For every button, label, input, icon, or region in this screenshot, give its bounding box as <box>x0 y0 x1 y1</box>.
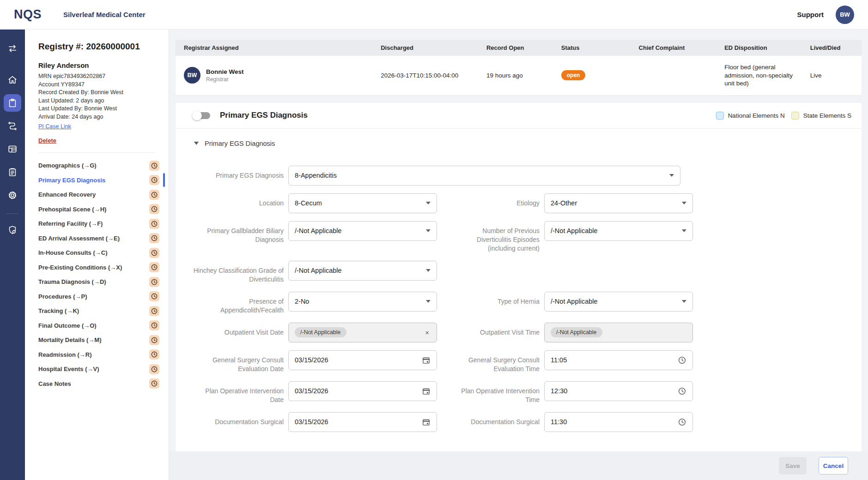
nav-item-tracking[interactable]: Tracking (→K) <box>38 304 169 318</box>
nav-item-ed-arrival-assessment[interactable]: ED Arrival Assessment (→E) <box>38 231 169 246</box>
chief-complaint-value <box>631 56 716 95</box>
section-status-clock-icon[interactable] <box>149 219 159 229</box>
settings-gear-icon[interactable] <box>4 186 21 204</box>
section-status-clock-icon[interactable] <box>149 262 159 272</box>
nav-item-hospital-events[interactable]: Hospital Events (→V) <box>38 362 169 377</box>
section-status-clock-icon[interactable] <box>149 233 159 243</box>
section-status-clock-icon[interactable] <box>149 190 159 200</box>
record-created-by: Record Created By: Bonnie West <box>38 89 169 97</box>
section-status-clock-icon[interactable] <box>149 161 159 171</box>
organization-name: Silverleaf Medical Center <box>63 11 146 18</box>
calendar-icon[interactable] <box>422 356 431 365</box>
field-label-type-of-hernia: Type of Hernia <box>454 292 540 306</box>
calendar-icon[interactable] <box>422 418 431 426</box>
gs-consult-evaluation-date-input[interactable]: 03/15/2026 <box>288 350 437 370</box>
panel-divider <box>38 152 155 153</box>
active-nav-indicator <box>163 173 165 187</box>
outpatient-visit-date-field[interactable]: /-Not Applicable × <box>288 323 437 342</box>
nav-item-in-house-consults[interactable]: In-House Consults (→C) <box>38 246 169 260</box>
field-label-documentation-surgical-time: Documentation Surgical <box>454 412 540 426</box>
calendar-icon[interactable] <box>422 387 431 396</box>
col-discharged: Discharged <box>372 40 478 56</box>
nav-item-referring-facility[interactable]: Referring Facility (→F) <box>38 216 169 231</box>
tasks-clipboard-icon[interactable] <box>4 163 21 181</box>
admin-shield-icon[interactable] <box>4 221 21 239</box>
section-status-clock-icon[interactable] <box>149 320 159 330</box>
section-status-clock-icon[interactable] <box>149 175 159 185</box>
user-avatar[interactable]: BW <box>836 6 854 24</box>
clear-icon[interactable]: × <box>424 329 431 336</box>
support-link[interactable]: Support <box>797 11 824 18</box>
swap-arrows-icon[interactable] <box>4 40 21 57</box>
home-icon[interactable] <box>4 71 21 89</box>
section-status-clock-icon[interactable] <box>149 291 159 301</box>
record-table-row[interactable]: BW Bonnie West Registrar 2026-03-17T10:1… <box>176 56 862 95</box>
diverticulitis-episodes-select[interactable]: /-Not Applicable <box>544 221 693 241</box>
delete-record-link[interactable]: Delete <box>38 137 56 144</box>
field-label-gs-consult-evaluation-time: General Surgery Consult Evaluation Time <box>454 350 540 373</box>
dropdown-caret-icon <box>426 269 431 272</box>
nav-item-demographics[interactable]: Demographics (→G) <box>38 158 169 173</box>
section-status-clock-icon[interactable] <box>149 306 159 316</box>
documentation-surgical-date-input[interactable]: 03/15/2026 <box>288 412 437 432</box>
nav-item-primary-egs-diagnosis[interactable]: Primary EGS Diagnosis <box>38 173 169 188</box>
dropdown-caret-icon <box>426 229 431 232</box>
plan-operative-time-input[interactable]: 12:30 <box>544 381 693 401</box>
section-status-clock-icon[interactable] <box>149 248 159 258</box>
nav-item-pre-existing-conditions[interactable]: Pre-Existing Conditions (→X) <box>38 260 169 275</box>
nav-item-case-notes[interactable]: Case Notes <box>38 377 169 391</box>
nav-item-prehospital-scene[interactable]: Prehospital Scene (→H) <box>38 202 169 217</box>
clock-icon[interactable] <box>678 418 686 426</box>
patient-mrn: MRN epic7834936202867 <box>38 72 169 81</box>
registry-clipboard-icon[interactable] <box>4 94 21 112</box>
col-record-open: Record Open <box>478 40 553 56</box>
etiology-select[interactable]: 24-Other <box>544 193 693 213</box>
nav-item-mortality-details[interactable]: Mortality Details (→M) <box>38 333 169 348</box>
state-elements-label: State Elements S <box>803 112 851 119</box>
nav-item-trauma-diagnosis[interactable]: Trauma Diagnosis (→D) <box>38 275 169 289</box>
nav-item-enhanced-recovery[interactable]: Enhanced Recovery <box>38 187 169 202</box>
nav-item-procedures[interactable]: Procedures (→P) <box>38 289 169 304</box>
elements-legend: National Elements N State Elements S <box>716 112 851 120</box>
save-button[interactable]: Save <box>779 457 807 474</box>
section-status-clock-icon[interactable] <box>149 204 159 214</box>
section-toggle[interactable] <box>193 112 210 119</box>
pi-case-link[interactable]: PI Case Link <box>38 123 71 130</box>
plan-operative-date-input[interactable]: 03/15/2026 <box>288 381 437 401</box>
section-status-clock-icon[interactable] <box>149 378 159 389</box>
route-icon[interactable] <box>4 117 21 135</box>
patient-name: Riley Anderson <box>38 61 169 69</box>
nav-item-readmission[interactable]: Readmission (→R) <box>38 348 169 362</box>
primary-egs-diagnosis-select[interactable]: 8-Appendicitis <box>288 166 680 186</box>
type-of-hernia-select[interactable]: /-Not Applicable <box>544 292 693 312</box>
clock-icon[interactable] <box>678 356 686 365</box>
col-lived-died: Lived/Died <box>802 40 862 56</box>
section-status-clock-icon[interactable] <box>149 349 159 360</box>
nav-item-final-outcome[interactable]: Final Outcome (→O) <box>38 318 169 333</box>
dropdown-caret-icon <box>426 300 431 303</box>
ed-disposition-value: Floor bed (general admission, non-specia… <box>716 56 802 95</box>
field-label-etiology: Etiology <box>454 193 540 208</box>
appendicolith-presence-select[interactable]: 2-No <box>288 292 437 312</box>
dropdown-caret-icon <box>426 202 431 204</box>
registry-number: Registry #: 20260000001 <box>38 42 169 52</box>
clock-icon[interactable] <box>678 387 686 396</box>
cancel-button[interactable]: Cancel <box>819 457 848 474</box>
section-status-clock-icon[interactable] <box>149 364 159 374</box>
subsection-collapse-header[interactable]: Primary EGS Diagnosis <box>176 129 862 147</box>
state-elements-swatch <box>791 112 799 120</box>
gs-consult-evaluation-time-input[interactable]: 11:05 <box>544 350 693 370</box>
documentation-surgical-time-input[interactable]: 11:30 <box>544 412 693 432</box>
gallbladder-biliary-diagnosis-select[interactable]: /-Not Applicable <box>288 221 437 241</box>
section-status-clock-icon[interactable] <box>149 277 159 287</box>
section-status-clock-icon[interactable] <box>149 335 159 345</box>
location-select[interactable]: 8-Cecum <box>288 193 437 213</box>
outpatient-visit-time-field[interactable]: /-Not Applicable <box>544 323 693 342</box>
patient-account: Account YY89347 <box>38 81 169 89</box>
hinchey-classification-select[interactable]: /-Not Applicable <box>288 261 437 281</box>
record-open-value: 19 hours ago <box>478 56 553 95</box>
reports-table-icon[interactable] <box>4 140 21 158</box>
col-status: Status <box>553 40 631 56</box>
arrival-date: Arrival Date: 24 days ago <box>38 113 169 121</box>
field-label-plan-operative-date: Plan Operative Intervention Date <box>193 381 284 404</box>
